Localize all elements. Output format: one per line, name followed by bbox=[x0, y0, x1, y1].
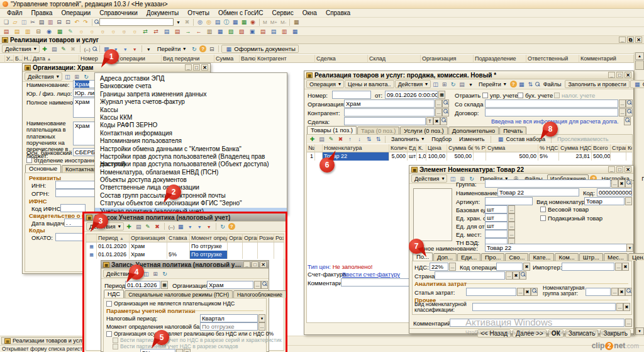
memory-mminus-button[interactable]: М- bbox=[279, 20, 287, 25]
doc-out-icon[interactable]: ⇄ bbox=[152, 28, 160, 35]
reread-icon[interactable] bbox=[449, 81, 457, 88]
close-icon[interactable]: ✕ bbox=[260, 261, 267, 268]
add-icon[interactable] bbox=[125, 223, 133, 230]
menu-documents[interactable]: Документы bbox=[142, 9, 184, 17]
window-table-icon[interactable]: ▦ bbox=[231, 18, 240, 26]
reread-icon[interactable] bbox=[73, 73, 81, 81]
tab-places[interactable]: Мес... bbox=[604, 253, 628, 261]
close-icon[interactable]: ✕ bbox=[201, 64, 208, 71]
group-select-button[interactable]: ... bbox=[611, 179, 618, 188]
pick-button[interactable]: Подбор bbox=[428, 135, 455, 144]
organization-lookup-icon[interactable] bbox=[442, 99, 449, 108]
copy-stack-icon[interactable]: ▤ bbox=[213, 18, 222, 26]
inventory-doc-icon[interactable]: ▦ bbox=[216, 28, 225, 35]
col-retail2[interactable]: Розн... bbox=[274, 234, 284, 242]
refresh-icon[interactable] bbox=[161, 270, 169, 278]
col-warehouse[interactable]: Склад bbox=[368, 55, 421, 63]
country-field[interactable] bbox=[435, 271, 505, 280]
col-organization[interactable]: Организация bbox=[421, 55, 474, 63]
search-dropdown-icon[interactable] bbox=[174, 18, 182, 26]
tax-base-moment-field[interactable]: По отгрузке bbox=[200, 322, 258, 331]
col-transfer-kind[interactable]: Вид передачи bbox=[162, 55, 214, 63]
cost-item-field[interactable] bbox=[466, 288, 516, 296]
make-documents-button[interactable]: Оформить документы bbox=[630, 80, 644, 88]
tab-tare[interactable]: Тара (0 поз.) bbox=[357, 127, 399, 134]
scroll-up-icon[interactable]: ▲ bbox=[635, 52, 644, 60]
open-icon[interactable]: ▱ bbox=[11, 18, 19, 26]
places-unit-field[interactable] bbox=[485, 230, 508, 238]
col-tn-code[interactable]: Код ТН ... bbox=[626, 144, 633, 152]
cost-item-select-button[interactable]: ... bbox=[517, 288, 524, 296]
filter-icon[interactable] bbox=[186, 223, 194, 230]
journal-extra-icon-3[interactable]: ▥ bbox=[280, 28, 289, 35]
report-icon-2[interactable]: ▧ bbox=[237, 28, 246, 35]
tab-additional[interactable]: Доп... bbox=[433, 253, 457, 261]
tax-period-dropdown-icon[interactable]: ▾ bbox=[258, 314, 265, 322]
full-name-dropdown-icon[interactable]: ▾ bbox=[626, 244, 633, 252]
menu-item-bank-accounts[interactable]: Банковские счета bbox=[95, 82, 287, 90]
warehouse-select-button[interactable]: ... bbox=[619, 99, 626, 108]
selected-moment-cell[interactable]: По отгрузке bbox=[190, 251, 228, 259]
col-sum[interactable]: Сумма bbox=[214, 55, 240, 63]
calendar-icon[interactable]: ▦ bbox=[438, 91, 445, 99]
filter-by-value-icon[interactable] bbox=[196, 223, 204, 230]
debt-info-lookup-icon[interactable] bbox=[624, 117, 631, 125]
col-sum[interactable]: Сумма bbox=[486, 144, 538, 152]
col-price[interactable]: Цена bbox=[426, 144, 447, 152]
cost-item-lookup-icon[interactable] bbox=[531, 288, 538, 296]
nom-group-clear-icon[interactable]: ✖ bbox=[618, 288, 625, 296]
warehouse-lookup-icon[interactable] bbox=[626, 99, 633, 108]
journal-extra-icon-2[interactable]: ▤ bbox=[269, 28, 278, 35]
memory-mplus-button[interactable]: М+ bbox=[269, 20, 279, 25]
date-range-icon[interactable] bbox=[167, 223, 175, 230]
article-field[interactable] bbox=[485, 197, 533, 205]
goto-button[interactable]: Перейти bbox=[154, 45, 189, 53]
warehouse-field[interactable] bbox=[485, 99, 618, 108]
col-vat-sum[interactable]: Сумма НДС bbox=[559, 144, 592, 152]
edit-doc-icon[interactable]: ✎ bbox=[66, 28, 75, 35]
col-sum-no-discount[interactable]: Сумма без с... bbox=[447, 144, 474, 152]
info-icon[interactable]: ⓘ bbox=[222, 18, 231, 26]
maximize-icon[interactable]: □ bbox=[616, 72, 623, 78]
prices-currency-button[interactable]: Цены и валюта.. bbox=[345, 80, 394, 88]
new-doc-icon[interactable]: ❏ bbox=[2, 18, 11, 26]
base-unit-field[interactable]: шт bbox=[485, 205, 508, 213]
scroll-down-icon[interactable]: ▼ bbox=[635, 327, 644, 335]
cash-icon-5[interactable]: ☼ bbox=[119, 28, 128, 35]
tab-units[interactable]: Еди... bbox=[457, 253, 480, 261]
invoice-link[interactable]: Ввести счет-фактуру bbox=[342, 271, 400, 278]
management-accounting-checkbox[interactable]: упр. учете bbox=[482, 92, 518, 99]
memory-m-button[interactable]: М bbox=[262, 20, 269, 25]
full-name-field[interactable]: Товар 22 bbox=[485, 244, 627, 252]
actions-button[interactable]: Действия bbox=[25, 72, 62, 81]
clear-filter-icon[interactable] bbox=[205, 223, 213, 230]
tab-taxation[interactable]: Налогообложение bbox=[233, 290, 286, 298]
save-icon[interactable] bbox=[64, 73, 72, 81]
move-up-icon[interactable] bbox=[346, 135, 354, 143]
col-currency[interactable]: Валюта bbox=[240, 55, 256, 63]
close-icon[interactable]: ✕ bbox=[635, 37, 642, 43]
undo-icon[interactable]: ↶ bbox=[72, 18, 81, 26]
col-country[interactable]: Страна п... bbox=[611, 144, 626, 152]
col-deal[interactable]: Сделка bbox=[315, 55, 368, 63]
vertical-scrollbar[interactable]: ▲ ▼ bbox=[634, 52, 644, 336]
opcode-field[interactable] bbox=[496, 263, 523, 271]
menu-item-email-groups[interactable]: Состав групп рассылки электронной почты bbox=[95, 192, 287, 200]
stock-unit-field[interactable]: шт bbox=[485, 213, 508, 222]
organization-field[interactable]: Храм bbox=[207, 281, 253, 289]
nom-group-select-button[interactable]: ... bbox=[611, 288, 618, 296]
menu-item-access-rights-owner[interactable]: Настройки прав доступа пользователей (Вл… bbox=[95, 153, 287, 161]
copy-icon[interactable]: ▤ bbox=[37, 18, 46, 26]
find-in-list-icon[interactable] bbox=[92, 47, 97, 52]
copy-item-icon[interactable] bbox=[50, 45, 58, 53]
tab-categories[interactable]: Кате... bbox=[529, 253, 554, 261]
menu-item-cash-desks[interactable]: Кассы bbox=[95, 106, 287, 114]
tab-services[interactable]: Услуги (0 поз.) bbox=[400, 127, 447, 134]
tax-base-moment-select-button[interactable]: ... bbox=[258, 322, 265, 331]
menu-item-envd-nomenclature[interactable]: Номенклатура, облагаемая ЕНВД (ПСН) bbox=[95, 169, 287, 176]
cash-icon-4[interactable]: ☼ bbox=[109, 28, 118, 35]
weight-goods-checkbox[interactable]: Весовой товар bbox=[540, 206, 589, 213]
excise-goods-checkbox[interactable]: Подакцизный товар bbox=[540, 215, 602, 222]
refresh-icon[interactable] bbox=[82, 73, 91, 81]
col-retail[interactable]: Рознич... bbox=[258, 234, 274, 242]
